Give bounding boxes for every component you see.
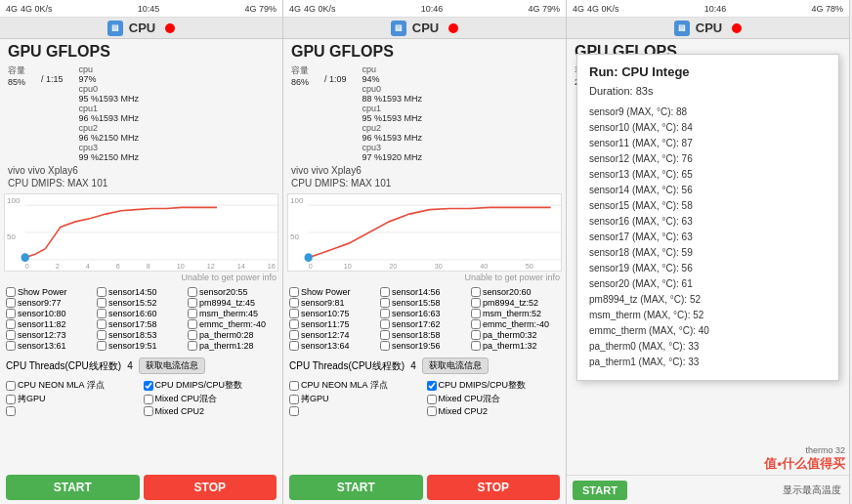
stats-section-1: 容量 85% / 1:15 cpu 97% cpu0 95 %1593 MHz … [0,63,282,164]
network-speed-2: 4G 0K/s [304,4,336,14]
threads-label-2: CPU Threads(CPU线程数) [289,359,405,373]
cb-neon-input-1[interactable] [6,381,16,391]
cb-neon-2[interactable]: CPU NEON MLA 浮点 [289,379,423,392]
sensor-row-0: sensor9 (MAX, °C): 88 [589,105,827,120]
cb-sensor15-2[interactable]: sensor15:58 [380,298,469,308]
chart-svg-1: 0 2 4 6 8 10 12 14 16 [5,194,277,271]
cb-neon-1[interactable]: CPU NEON MLA 浮点 [6,379,140,392]
cb-sensor15-input-1[interactable] [97,298,106,308]
cb-sensor14-1[interactable]: sensor14:50 [97,287,186,297]
cb-sensor10-2[interactable]: sensor10:75 [289,309,378,318]
stop-button-1[interactable]: STOP [144,475,277,500]
cb-sensor17-input-1[interactable] [97,319,106,329]
cb-sensor13-2[interactable]: sensor13:64 [289,341,378,351]
sensor-row-13: msm_therm (MAX, °C): 52 [589,308,827,323]
cb-sensor20-2[interactable]: sensor20:60 [471,287,560,297]
cb-pa0-1[interactable]: pa_therm0:28 [188,330,277,340]
cb-show-power-input-1[interactable] [6,287,16,297]
cb-sensor13-1[interactable]: sensor13:61 [6,341,95,351]
cb-mixed2-2[interactable]: Mixed CPU2 [427,406,561,416]
cb-sensor18-1[interactable]: sensor18:53 [97,330,186,340]
threads-label-1: CPU Threads(CPU线程数) [6,359,121,373]
cb-emmc-1[interactable]: emmc_therm:-40 [188,319,277,329]
fetch-button-2[interactable]: 获取电流信息 [422,357,489,374]
cb-emmc-input-1[interactable] [188,319,197,329]
bottom-label-3: 显示最高温度 [633,483,849,497]
cb-sensor16-input-1[interactable] [97,309,106,318]
cb-sensor11-2[interactable]: sensor11:75 [289,319,378,329]
cb-show-power-2[interactable]: Show Power [289,287,378,297]
cb-sensor9-1[interactable]: sensor9:77 [6,298,95,308]
cb-msm-input-1[interactable] [188,309,197,318]
cb-pm8994-1[interactable]: pm8994_tz:45 [188,298,277,308]
cb-sensor19-2[interactable]: sensor19:56 [380,341,469,351]
cb-sensor18-input-1[interactable] [97,330,106,340]
cb-dmips-input-1[interactable] [144,381,153,391]
cb-empty-input-1[interactable] [6,406,16,416]
cb-gpu-input-1[interactable] [6,395,16,404]
cb-sensor9-2[interactable]: sensor9:81 [289,298,378,308]
panel3-bottom: START 显示最高温度 [567,475,849,504]
cb-pa1-input-1[interactable] [188,341,197,351]
sensor-row-4: sensor13 (MAX, °C): 65 [589,167,827,183]
sensor-row-11: sensor20 (MAX, °C): 61 [589,276,827,292]
status-bar-1: 4G 4G 0K/s 10:45 4G 79% [0,0,282,18]
cb-sensor16-2[interactable]: sensor16:63 [380,309,469,318]
cb-pm8994-2[interactable]: pm8994_tz:52 [471,298,560,308]
cb-sensor11-input-1[interactable] [6,319,16,329]
cb-sensor9-input-1[interactable] [6,298,16,308]
cb-sensor14-input-1[interactable] [97,287,106,297]
cb-sensor19-input-1[interactable] [97,341,106,351]
cb-msm-2[interactable]: msm_therm:52 [471,309,560,318]
dmips-info-2: CPU DMIPS: MAX 101 [283,177,566,189]
start-button-1[interactable]: START [6,475,140,500]
cb-mixed2-input-1[interactable] [144,406,153,416]
cb-mixed-2[interactable]: Mixed CPU混合 [427,393,561,405]
cb-sensor13-input-1[interactable] [6,341,16,351]
panel-1: 4G 4G 0K/s 10:45 4G 79% ▤ CPU GPU GFLOPS… [0,0,283,504]
sensor-row-15: pa_therm0 (MAX, °C): 33 [589,339,827,355]
cb-emmc-2[interactable]: emmc_therm:-40 [471,319,560,329]
cb-pa1-2[interactable]: pa_therm1:32 [471,341,560,351]
cb-sensor14-2[interactable]: sensor14:56 [380,287,469,297]
cb-show-power-1[interactable]: Show Power [6,287,95,297]
cb-sensor10-1[interactable]: sensor10:80 [6,309,95,318]
unable-text-2: Unable to get power info [283,272,566,283]
cb-sensor10-input-1[interactable] [6,309,16,318]
cb-dmips-2[interactable]: CPU DMIPS/CPU整数 [427,379,561,392]
cb-dmips-1[interactable]: CPU DMIPS/CPU整数 [144,379,277,392]
fetch-button-1[interactable]: 获取电流信息 [139,357,205,374]
cb-mixed-input-1[interactable] [144,395,153,404]
stop-button-2[interactable]: STOP [427,475,561,500]
cb-sensor17-1[interactable]: sensor17:58 [97,319,186,329]
cb-pa0-2[interactable]: pa_therm0:32 [471,330,560,340]
cb-sensor18-2[interactable]: sensor18:58 [380,330,469,340]
start-button-2[interactable]: START [289,475,423,500]
cb-msm-1[interactable]: msm_therm:45 [188,309,277,318]
sensor-row-3: sensor12 (MAX, °C): 76 [589,151,827,167]
cb-sensor12-2[interactable]: sensor12:74 [289,330,378,340]
cb-mixed2-1[interactable]: Mixed CPU2 [144,406,277,416]
cb-sensor19-1[interactable]: sensor19:51 [97,341,186,351]
cb-sensor15-1[interactable]: sensor15:52 [97,298,186,308]
cb-gpu-1[interactable]: 拷GPU [6,393,140,405]
bottom-checkboxes-2: CPU NEON MLA 浮点 CPU DMIPS/CPU整数 拷GPU Mix… [283,377,566,418]
cb-sensor12-input-1[interactable] [6,330,16,340]
cb-sensor17-2[interactable]: sensor17:62 [380,319,469,329]
cb-sensor11-1[interactable]: sensor11:82 [6,319,95,329]
cpu-header-3: ▤ CPU [567,18,849,39]
cb-sensor12-1[interactable]: sensor12:73 [6,330,95,340]
cb-gpu-2[interactable]: 拷GPU [289,393,423,405]
cb-pm8994-input-1[interactable] [188,298,197,308]
start-button-3[interactable]: START [573,481,627,500]
record-indicator-1 [165,23,175,33]
cb-sensor16-1[interactable]: sensor16:60 [97,309,186,318]
svg-text:4: 4 [86,262,90,271]
cb-sensor20-1[interactable]: sensor20:55 [188,287,277,297]
cb-sensor20-input-1[interactable] [188,287,197,297]
cb-pa1-1[interactable]: pa_therm1:28 [188,341,277,351]
cb-mixed-1[interactable]: Mixed CPU混合 [144,393,277,405]
time-1: 10:45 [138,4,160,14]
results-dialog: Run: CPU Intege Duration: 83s sensor9 (M… [576,54,839,381]
cb-pa0-input-1[interactable] [188,330,197,340]
